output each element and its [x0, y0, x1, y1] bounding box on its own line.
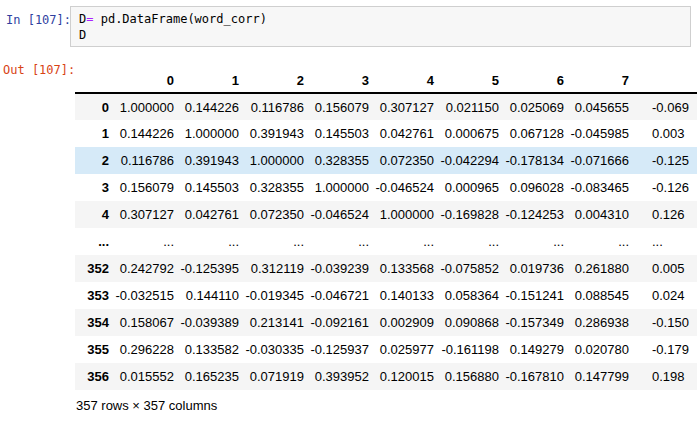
- table-cell: 0.328355: [310, 147, 375, 174]
- row-index: 4: [75, 201, 115, 228]
- column-header: 0: [115, 68, 180, 93]
- table-cell: -0.178134: [505, 147, 570, 174]
- table-cell: -0.161198: [440, 336, 505, 363]
- row-index: 356: [75, 363, 115, 390]
- table-cell: 1.000000: [115, 93, 180, 120]
- table-cell: 0.144226: [115, 120, 180, 147]
- table-row: 3560.0155520.1652350.0719190.3939520.120…: [75, 363, 697, 390]
- output-prompt: Out [107]:: [3, 63, 75, 77]
- table-row: ..............................: [75, 228, 697, 255]
- table-cell: 0.042761: [375, 120, 440, 147]
- row-index: 352: [75, 255, 115, 282]
- table-cell: ...: [505, 228, 570, 255]
- table-cell: 0.067128: [505, 120, 570, 147]
- table-cell: 0.133582: [180, 336, 245, 363]
- table-cell: 1.000000: [310, 174, 375, 201]
- row-index: 3: [75, 174, 115, 201]
- table-cell: -0.039239: [310, 255, 375, 282]
- table-cell: -0.045985: [570, 120, 635, 147]
- table-cell: 0.286938: [570, 309, 635, 336]
- table-cell: 0.045655: [570, 93, 635, 120]
- table-cell: ...: [180, 228, 245, 255]
- table-cell: 0.145503: [310, 120, 375, 147]
- input-prompt: In [107]:: [6, 13, 71, 27]
- table-cell: 1.000000: [180, 120, 245, 147]
- table-cell: 0.021150: [440, 93, 505, 120]
- table-cell: 0.156079: [115, 174, 180, 201]
- table-cell: ...: [375, 228, 440, 255]
- table-cell: 0.005: [635, 255, 697, 282]
- table-cell: -0.030335: [245, 336, 310, 363]
- code-cell[interactable]: D= pd.DataFrame(word_corr) D: [70, 6, 691, 47]
- table-row: 353-0.0325150.144110-0.019345-0.0467210.…: [75, 282, 697, 309]
- table-cell: 1.000000: [245, 147, 310, 174]
- table-cell: 0.072350: [375, 147, 440, 174]
- table-cell: -0.071666: [570, 147, 635, 174]
- table-cell: -0.151241: [505, 282, 570, 309]
- table-cell: 0.116786: [115, 147, 180, 174]
- table-cell: -0.179: [635, 336, 697, 363]
- table-cell: ...: [440, 228, 505, 255]
- code-token: D: [79, 28, 86, 42]
- table-cell: 0.149279: [505, 336, 570, 363]
- table-cell: 0.058364: [440, 282, 505, 309]
- table-cell: 0.144226: [180, 93, 245, 120]
- table-cell: 0.004310: [570, 201, 635, 228]
- column-header: 7: [570, 68, 635, 93]
- table-row: 30.1560790.1455030.3283551.000000-0.0465…: [75, 174, 697, 201]
- table-cell: ...: [245, 228, 310, 255]
- column-header: 1: [180, 68, 245, 93]
- table-cell: 0.120015: [375, 363, 440, 390]
- table-cell: -0.150: [635, 309, 697, 336]
- table-row: 3520.242792-0.1253950.312119-0.0392390.1…: [75, 255, 697, 282]
- table-cell: 0.147799: [570, 363, 635, 390]
- table-cell: 0.024: [635, 282, 697, 309]
- table-cell: 0.156079: [310, 93, 375, 120]
- column-header: 3: [310, 68, 375, 93]
- table-cell: -0.042294: [440, 147, 505, 174]
- table-cell: 0.296228: [115, 336, 180, 363]
- table-cell: 0.042761: [180, 201, 245, 228]
- code-token: pd.DataFrame(word_corr): [93, 12, 266, 26]
- table-row: 40.3071270.0427610.072350-0.0465241.0000…: [75, 201, 697, 228]
- table-cell: -0.157349: [505, 309, 570, 336]
- table-cell: -0.126: [635, 174, 697, 201]
- row-index: 0: [75, 93, 115, 120]
- index-column-header: [75, 68, 115, 93]
- table-cell: 0.391943: [245, 120, 310, 147]
- dataframe-table: 01234567 01.0000000.1442260.1167860.1560…: [75, 68, 697, 390]
- table-cell: -0.083465: [570, 174, 635, 201]
- table-cell: -0.032515: [115, 282, 180, 309]
- table-cell: -0.125395: [180, 255, 245, 282]
- table-cell: 0.213141: [245, 309, 310, 336]
- table-cell: 1.000000: [375, 201, 440, 228]
- table-cell: 0.025069: [505, 93, 570, 120]
- table-cell: 0.072350: [245, 201, 310, 228]
- table-row: 10.1442261.0000000.3919430.1455030.04276…: [75, 120, 697, 147]
- table-cell: 0.025977: [375, 336, 440, 363]
- table-cell: ...: [570, 228, 635, 255]
- table-row: 20.1167860.3919431.0000000.3283550.07235…: [75, 147, 697, 174]
- table-cell: 0.002909: [375, 309, 440, 336]
- table-cell: 0.088545: [570, 282, 635, 309]
- table-cell: 0.071919: [245, 363, 310, 390]
- table-cell: -0.167810: [505, 363, 570, 390]
- table-cell: 0.020780: [570, 336, 635, 363]
- table-cell: 0.307127: [375, 93, 440, 120]
- table-cell: 0.000965: [440, 174, 505, 201]
- table-cell: 0.116786: [245, 93, 310, 120]
- table-cell: ...: [115, 228, 180, 255]
- table-cell: -0.124253: [505, 201, 570, 228]
- dataframe-body: 01.0000000.1442260.1167860.1560790.30712…: [75, 93, 697, 390]
- table-cell: 0.393952: [310, 363, 375, 390]
- dataframe-header-row: 01234567: [75, 68, 697, 93]
- column-header: 6: [505, 68, 570, 93]
- dataframe-output: 01234567 01.0000000.1442260.1167860.1560…: [75, 68, 697, 390]
- table-cell: -0.125937: [310, 336, 375, 363]
- table-cell: -0.169828: [440, 201, 505, 228]
- table-cell: -0.019345: [245, 282, 310, 309]
- table-cell: 0.156880: [440, 363, 505, 390]
- table-cell: 0.019736: [505, 255, 570, 282]
- table-cell: 0.145503: [180, 174, 245, 201]
- table-cell: 0.242792: [115, 255, 180, 282]
